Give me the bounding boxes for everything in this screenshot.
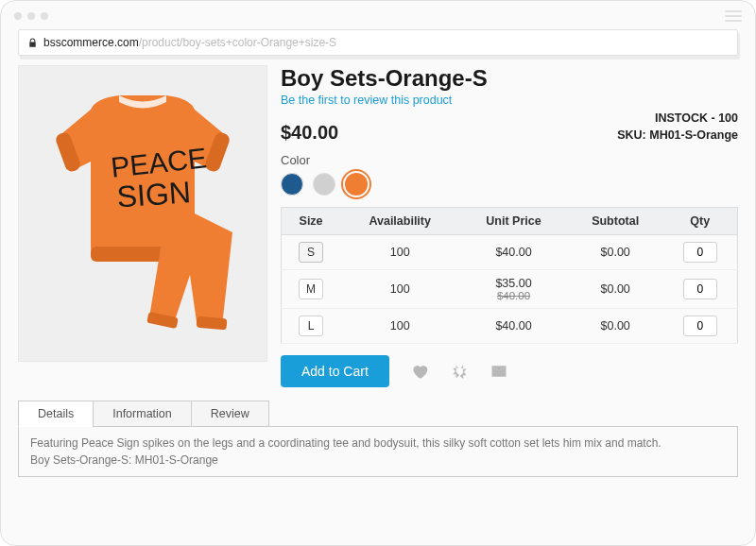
qty-input[interactable] (683, 316, 717, 336)
product-image: PEACE SIGN (18, 65, 267, 362)
tabs-section: Details Information Review Featuring Pea… (18, 401, 738, 477)
tab-panel-details: Featuring Peace Sign spikes on the legs … (18, 426, 738, 477)
variant-table: Size Availability Unit Price Subtotal Qt… (281, 207, 738, 344)
tab-information[interactable]: Information (93, 401, 192, 427)
product-title: Boy Sets-Orange-S (281, 65, 738, 92)
heart-icon[interactable] (410, 362, 429, 381)
avail-cell: 100 (340, 309, 459, 344)
browser-chrome (1, 1, 755, 26)
traffic-light-dot (27, 12, 35, 20)
sku: SKU: MH01-S-Orange (617, 128, 738, 145)
color-swatches (281, 173, 738, 196)
table-row: L100$40.00$0.00 (282, 309, 738, 344)
color-swatch[interactable] (345, 173, 368, 196)
tab-review[interactable]: Review (191, 401, 269, 427)
avail-cell: 100 (340, 235, 459, 270)
tab-details[interactable]: Details (18, 401, 94, 427)
stock-info: INSTOCK - 100 SKU: MH01-S-Orange (617, 111, 738, 144)
qty-input[interactable] (683, 242, 717, 263)
th-avail: Availability (340, 208, 459, 235)
add-to-cart-button[interactable]: Add to Cart (281, 355, 389, 387)
variant-tbody: S100$40.00$0.00M100$35.00$40.00$0.00L100… (282, 235, 738, 344)
th-sub: Subtotal (568, 208, 663, 235)
table-row: M100$35.00$40.00$0.00 (282, 270, 738, 309)
price-cell: $35.00$40.00 (459, 270, 567, 309)
th-qty: Qty (663, 208, 738, 235)
size-button[interactable]: M (299, 279, 323, 299)
address-bar[interactable]: bsscommerce.com/product/boy-sets+color-O… (18, 29, 738, 56)
menu-icon[interactable] (725, 10, 742, 22)
th-size: Size (282, 208, 341, 235)
compare-icon[interactable] (450, 362, 469, 381)
lock-icon (26, 37, 38, 48)
color-swatch[interactable] (281, 173, 303, 196)
traffic-lights (14, 12, 48, 20)
mail-icon[interactable] (490, 362, 508, 381)
color-label: Color (281, 153, 738, 167)
qty-input[interactable] (683, 279, 717, 299)
traffic-light-dot (14, 12, 22, 20)
url-text: bsscommerce.com/product/boy-sets+color-O… (43, 36, 336, 49)
product-details: Boy Sets-Orange-S Be the first to review… (281, 65, 738, 387)
subtotal-cell: $0.00 (568, 270, 663, 309)
product-price: $40.00 (281, 122, 338, 144)
size-button[interactable]: L (299, 316, 323, 336)
th-unit: Unit Price (459, 208, 567, 235)
size-button[interactable]: S (299, 242, 323, 263)
avail-cell: 100 (340, 270, 459, 309)
price-cell: $40.00 (459, 309, 567, 344)
subtotal-cell: $0.00 (568, 309, 663, 344)
browser-window: bsscommerce.com/product/boy-sets+color-O… (0, 0, 756, 546)
description-line: Featuring Peace Sign spikes on the legs … (30, 435, 726, 452)
review-link[interactable]: Be the first to review this product (281, 94, 738, 107)
price-cell: $40.00 (459, 235, 567, 270)
table-row: S100$40.00$0.00 (282, 235, 738, 270)
color-swatch[interactable] (313, 173, 335, 196)
stock-status: INSTOCK - 100 (617, 111, 738, 128)
description-line: Boy Sets-Orange-S: MH01-S-Orange (30, 452, 726, 469)
subtotal-cell: $0.00 (568, 235, 663, 270)
traffic-light-dot (41, 12, 48, 20)
